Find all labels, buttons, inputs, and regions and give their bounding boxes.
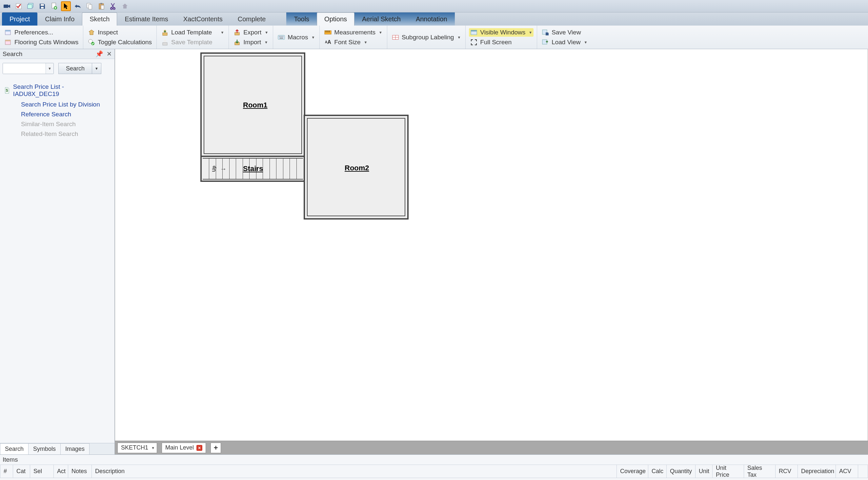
visible-windows-button[interactable]: Visible Windows▼: [469, 28, 533, 37]
sidebar-tab-search[interactable]: Search: [0, 443, 29, 454]
tab-claim-info[interactable]: Claim Info: [37, 12, 82, 26]
save-view-button[interactable]: Save View: [540, 28, 582, 37]
svg-rect-43: [471, 30, 477, 31]
pin-icon[interactable]: 📌: [95, 50, 103, 58]
col-num[interactable]: #: [0, 465, 13, 478]
camera-icon[interactable]: [2, 1, 12, 11]
tab-options[interactable]: Options: [317, 12, 354, 26]
tab-annotation[interactable]: Annotation: [408, 12, 455, 26]
preferences-button[interactable]: Preferences...: [3, 28, 55, 37]
close-icon[interactable]: ✕: [106, 50, 112, 58]
macros-icon: [278, 34, 285, 41]
add-level-button[interactable]: +: [211, 443, 221, 453]
col-unit-price[interactable]: Unit Price: [713, 465, 744, 478]
svg-rect-13: [101, 5, 104, 9]
col-quantity[interactable]: Quantity: [666, 465, 695, 478]
save-template-icon: [161, 39, 168, 46]
toggle-icon: [88, 39, 95, 46]
font-size-button[interactable]: AAFont Size▼: [323, 38, 369, 46]
col-extra[interactable]: [858, 465, 868, 478]
sketch-area: Room1 Up → Stairs Room2 SKETCH1▼ Main Le…: [115, 49, 868, 454]
tree-root-price-list[interactable]: $ Search Price List - IADU8X_DEC19: [3, 83, 111, 98]
copy-icon[interactable]: [85, 1, 94, 11]
col-calc[interactable]: Calc: [648, 465, 666, 478]
preferences-icon: [5, 29, 12, 36]
col-coverage[interactable]: Coverage: [617, 465, 648, 478]
sidebar-tab-images[interactable]: Images: [60, 443, 90, 454]
save-icon[interactable]: [37, 1, 47, 11]
chevron-down-icon: ▼: [529, 31, 532, 34]
col-cat[interactable]: Cat: [13, 465, 30, 478]
tab-tools[interactable]: Tools: [286, 12, 317, 26]
macros-button[interactable]: Macros▼: [276, 33, 316, 42]
paste-icon[interactable]: [96, 1, 106, 11]
search-button[interactable]: Search: [58, 63, 92, 74]
arrow-right-icon: →: [220, 165, 226, 173]
tree-link-reference[interactable]: Reference Search: [21, 111, 111, 118]
col-act[interactable]: Act: [54, 465, 68, 478]
cut-icon[interactable]: [108, 1, 118, 11]
sketch-selector[interactable]: SKETCH1▼: [117, 443, 157, 453]
close-level-icon[interactable]: ×: [196, 445, 202, 451]
doc-plus-icon[interactable]: [49, 1, 59, 11]
measurements-button[interactable]: Measurements▼: [323, 28, 384, 37]
col-description[interactable]: Description: [92, 465, 617, 478]
tab-aerial-sketch[interactable]: Aerial Sketch: [354, 12, 408, 26]
col-rcv[interactable]: RCV: [776, 465, 798, 478]
search-split-button[interactable]: ▼: [92, 63, 101, 74]
chevron-down-icon: ▼: [364, 40, 368, 44]
tab-complete[interactable]: Complete: [230, 12, 274, 26]
search-panel-header: Search 📌 ✕: [0, 49, 115, 59]
sidebar-tab-symbols[interactable]: Symbols: [28, 443, 61, 454]
tab-project[interactable]: Project: [2, 12, 37, 26]
svg-rect-33: [280, 37, 283, 38]
chevron-down-icon: ▼: [151, 446, 155, 450]
inspect-button[interactable]: Inspect: [87, 28, 119, 37]
tab-sketch[interactable]: Sketch: [82, 12, 117, 26]
sketch-canvas[interactable]: Room1 Up → Stairs Room2: [115, 49, 868, 441]
col-sales-tax[interactable]: Sales Tax: [744, 465, 776, 478]
svg-rect-6: [41, 7, 43, 8]
col-acv[interactable]: ACV: [836, 465, 858, 478]
col-unit[interactable]: Unit: [695, 465, 713, 478]
save-template-button[interactable]: Save Template: [160, 38, 214, 46]
flooring-cuts-button[interactable]: Flooring Cuts Windows: [3, 38, 80, 46]
main-tabs: Project Claim Info Sketch Estimate Items…: [0, 12, 868, 26]
export-button[interactable]: Export▼: [232, 28, 270, 37]
tab-estimate-items[interactable]: Estimate Items: [117, 12, 176, 26]
load-template-button[interactable]: Load Template▼: [160, 28, 225, 37]
level-tab[interactable]: Main Level×: [162, 443, 206, 453]
toggle-calculations-button[interactable]: Toggle Calculations: [87, 38, 153, 46]
search-input[interactable]: [3, 63, 45, 74]
col-depreciation[interactable]: Depreciation: [798, 465, 836, 478]
tree-link-similar: Similar-Item Search: [21, 121, 111, 128]
search-combo[interactable]: ▼: [3, 63, 54, 74]
room1-label: Room1: [243, 101, 268, 109]
subgroup-labeling-button[interactable]: Subgroup Labeling▼: [391, 33, 462, 42]
col-notes[interactable]: Notes: [68, 465, 92, 478]
svg-rect-28: [278, 35, 285, 39]
svg-rect-5: [41, 4, 44, 6]
chevron-down-icon: ▼: [264, 40, 268, 44]
load-view-button[interactable]: Load View▼: [540, 38, 589, 46]
import-button[interactable]: Import▼: [232, 38, 269, 46]
chevron-down-icon: ▼: [379, 31, 382, 34]
chevron-down-icon[interactable]: ▼: [45, 63, 54, 74]
tab-xactcontents[interactable]: XactContents: [176, 12, 230, 26]
full-screen-button[interactable]: Full Screen: [469, 38, 513, 46]
col-sel[interactable]: Sel: [30, 465, 54, 478]
windows-icon[interactable]: [26, 1, 35, 11]
inspect-icon: [88, 29, 95, 36]
chevron-down-icon: ▼: [584, 40, 588, 44]
search-tree: $ Search Price List - IADU8X_DEC19 Searc…: [0, 78, 115, 141]
import-icon: [234, 39, 241, 46]
save-view-icon: [542, 29, 549, 36]
chevron-down-icon: ▼: [311, 35, 315, 39]
export-icon: [234, 29, 241, 36]
checklist-icon[interactable]: [14, 1, 24, 11]
undo-icon[interactable]: [73, 1, 83, 11]
home-icon[interactable]: [120, 1, 130, 11]
pointer-icon[interactable]: [61, 1, 71, 11]
svg-rect-24: [163, 43, 167, 45]
tree-link-division[interactable]: Search Price List by Division: [21, 101, 111, 108]
